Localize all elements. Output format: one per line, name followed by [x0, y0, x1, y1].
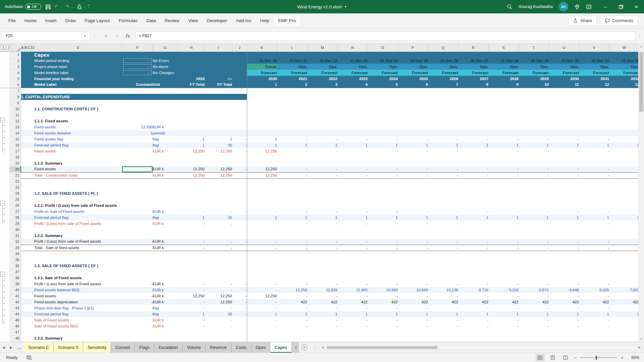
cell-N43[interactable]: - — [337, 305, 368, 311]
cell-L23[interactable] — [277, 184, 307, 190]
cell-T1[interactable] — [519, 52, 549, 58]
cell-P44[interactable]: 1 — [398, 311, 428, 317]
cell-S20[interactable]: - — [488, 166, 519, 172]
cell-I36[interactable] — [205, 263, 232, 269]
cell-V24[interactable] — [579, 190, 609, 196]
cell-O7[interactable] — [368, 88, 398, 94]
cell-Q21[interactable]: - — [428, 172, 458, 178]
cell-N31[interactable] — [337, 233, 368, 239]
title-dropdown-icon[interactable]: ▼ — [344, 5, 347, 8]
row-header-16[interactable]: 16 — [9, 142, 21, 148]
cell-I39[interactable]: - — [205, 281, 232, 287]
row-header-44[interactable]: 44 — [9, 311, 21, 317]
cell-F43[interactable]: - — [122, 305, 153, 311]
cell-abcd[interactable] — [21, 227, 34, 233]
cell-abcd[interactable] — [21, 142, 34, 148]
cell-S43[interactable]: - — [488, 305, 519, 311]
cell-T21[interactable]: - — [519, 172, 549, 178]
sheet-title-cell[interactable]: Capex — [34, 52, 122, 58]
cell-P4[interactable]: Forecast — [398, 70, 428, 76]
cell-P27[interactable]: - — [398, 208, 428, 215]
cell-L8[interactable] — [277, 94, 307, 100]
cell-V29[interactable]: - — [579, 221, 609, 227]
column-header-Q[interactable]: Q — [428, 44, 458, 52]
cell-O18[interactable] — [368, 154, 398, 160]
cell-G40[interactable]: EUR k — [153, 287, 178, 293]
cell-P25[interactable] — [398, 196, 428, 202]
touch-mode-dropdown-icon[interactable]: ⌄ — [84, 5, 86, 8]
cell-G47[interactable] — [153, 329, 178, 335]
cell-W18[interactable] — [609, 154, 638, 160]
cell-G17[interactable]: EUR k — [153, 148, 178, 154]
cell-W49[interactable]: - — [609, 341, 638, 342]
cell-F30[interactable] — [122, 227, 153, 233]
cell-U43[interactable]: - — [549, 305, 579, 311]
cell-N42[interactable]: 422 — [337, 299, 368, 305]
cell-V33[interactable]: - — [579, 245, 609, 251]
column-header-L[interactable]: L — [277, 44, 307, 52]
cell-N27[interactable]: - — [337, 208, 368, 215]
cell-S4[interactable]: Forecast — [488, 70, 519, 76]
cell-O46[interactable]: - — [368, 323, 398, 329]
cell-R30[interactable] — [458, 227, 488, 233]
restore-button[interactable] — [613, 0, 629, 13]
cell-W42[interactable]: 422 — [609, 299, 638, 305]
cell-E31[interactable]: 1.2.2. Summary — [34, 233, 122, 239]
row-header-43[interactable]: 43 — [9, 305, 21, 311]
cell-P43[interactable]: - — [398, 305, 428, 311]
cell-O49[interactable]: - — [368, 341, 398, 342]
cell-K38[interactable] — [247, 275, 277, 281]
cell-L33[interactable]: - — [277, 245, 307, 251]
column-header-O[interactable]: O — [368, 44, 398, 52]
row-header-21[interactable]: 21 — [9, 172, 21, 178]
cell-M25[interactable] — [307, 196, 337, 202]
cell-U12[interactable] — [549, 118, 579, 124]
cell-M10[interactable] — [307, 106, 337, 112]
cell-U30[interactable] — [549, 227, 579, 233]
row-header-47[interactable]: 47 — [9, 329, 21, 335]
cell-L3[interactable]: Ops. — [277, 64, 307, 70]
cell-O21[interactable]: - — [368, 172, 398, 178]
cell-U28[interactable]: 1 — [549, 215, 579, 221]
cell-H20[interactable]: 12,250 — [178, 166, 205, 172]
cell-W10[interactable] — [609, 106, 638, 112]
cell-Q1[interactable] — [428, 52, 458, 58]
cell-E5[interactable]: Financial year ending — [34, 76, 122, 82]
cell-T33[interactable]: - — [519, 245, 549, 251]
cell-J37[interactable] — [232, 269, 247, 275]
cell-S42[interactable]: 422 — [488, 299, 519, 305]
undo-dropdown-icon[interactable]: ⌄ — [60, 5, 62, 8]
cell-H14[interactable] — [178, 130, 205, 136]
cell-E14[interactable]: Fixed assets duration — [34, 130, 122, 136]
ribbon-tab-formulas[interactable]: Formulas — [114, 15, 142, 26]
cell-K7[interactable] — [247, 88, 277, 94]
cell-N41[interactable]: - — [337, 293, 368, 299]
cell-V22[interactable] — [579, 178, 609, 184]
cell-U37[interactable] — [549, 269, 579, 275]
cell-Q46[interactable]: - — [428, 323, 458, 329]
cell-L18[interactable] — [277, 154, 307, 160]
cell-U10[interactable] — [549, 106, 579, 112]
cell-I25[interactable] — [205, 196, 232, 202]
cell-abcd[interactable] — [21, 245, 34, 251]
cell-O40[interactable]: 10,983 — [368, 287, 398, 293]
cell-A5[interactable] — [21, 76, 34, 82]
cell-U45[interactable]: - — [549, 317, 579, 323]
cell-I33[interactable]: - — [205, 245, 232, 251]
cell-J9[interactable] — [232, 100, 247, 106]
cell-H16[interactable]: 1 — [178, 142, 205, 148]
cell-G21[interactable]: EUR k — [153, 172, 178, 178]
cell-G14[interactable]: periods — [153, 130, 178, 136]
cell-N6[interactable]: 4 — [337, 82, 368, 88]
cell-H44[interactable]: 1 — [178, 311, 205, 317]
cell-I10[interactable] — [205, 106, 232, 112]
cell-P1[interactable] — [398, 52, 428, 58]
cell-K5[interactable]: 2020 — [247, 76, 277, 82]
cell-K45[interactable]: - — [247, 317, 277, 323]
cell-R41[interactable]: - — [458, 293, 488, 299]
cell-H29[interactable]: - — [178, 221, 205, 227]
cell-T42[interactable]: 422 — [519, 299, 549, 305]
insert-function-icon[interactable]: fx — [122, 33, 133, 39]
ribbon-tab-file[interactable]: File — [4, 15, 20, 26]
cell-J16[interactable]: - — [232, 142, 247, 148]
